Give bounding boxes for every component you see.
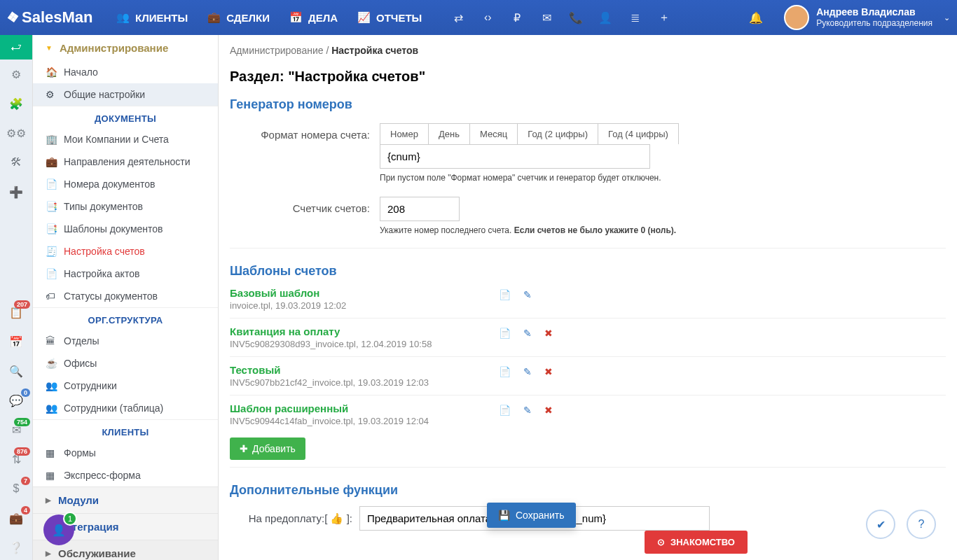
sidebar-companies[interactable]: 🏢Мои Компании и Счета bbox=[33, 128, 218, 150]
rail-flow[interactable]: ⇅876 bbox=[0, 444, 32, 474]
module-label: Обслуживание bbox=[58, 547, 136, 559]
rail-chat[interactable]: 💬0 bbox=[0, 386, 32, 415]
sidebar-office[interactable]: ☕Офисы bbox=[33, 352, 218, 374]
sidebar-modules[interactable]: ▶Модули bbox=[33, 486, 218, 513]
bell-icon[interactable]: 🔔 bbox=[749, 11, 763, 24]
sidebar-staff[interactable]: 👥Сотрудники bbox=[33, 374, 218, 397]
sitemap-icon: 🏛 bbox=[46, 335, 57, 346]
sidebar-act-settings[interactable]: 📄Настройка актов bbox=[33, 262, 218, 285]
badge: 7 bbox=[21, 477, 30, 485]
nav-reports[interactable]: 📈ОТЧЕТЫ bbox=[347, 0, 432, 35]
phone-icon[interactable]: 📞 bbox=[567, 0, 584, 35]
sidebar-express[interactable]: ▦Экспресс-форма bbox=[33, 464, 218, 486]
view-icon[interactable]: 📄 bbox=[499, 289, 511, 300]
rail-notes[interactable]: 📋207 bbox=[0, 298, 32, 327]
sidebar-doctypes[interactable]: 📑Типы документов bbox=[33, 195, 218, 218]
template-name[interactable]: Квитанция на оплату bbox=[230, 326, 499, 337]
rail-cogs[interactable]: ⚙⚙ bbox=[0, 118, 32, 148]
sidebar-home[interactable]: 🏠Начало bbox=[33, 61, 218, 83]
share-icon[interactable]: ‹› bbox=[479, 0, 496, 35]
sidebar-title[interactable]: ▼Администрирование bbox=[33, 35, 218, 61]
view-icon[interactable]: 📄 bbox=[499, 366, 511, 377]
template-name[interactable]: Шаблон расширенный bbox=[230, 402, 499, 414]
edit-icon[interactable]: ✎ bbox=[523, 405, 532, 416]
format-input[interactable] bbox=[380, 144, 650, 169]
sidebar-item-label: Типы документов bbox=[64, 201, 143, 212]
sidebar-item-label: Направления деятельности bbox=[64, 156, 190, 167]
tour-button[interactable]: ⊙ЗНАКОМСТВО bbox=[645, 531, 748, 554]
building-icon: 🏢 bbox=[46, 134, 57, 145]
sidebar-directions[interactable]: 💼Направления деятельности bbox=[33, 150, 218, 173]
sidebar-general[interactable]: ⚙Общие настройки bbox=[33, 83, 218, 106]
delete-icon[interactable]: ✖ bbox=[544, 366, 553, 377]
edit-icon[interactable]: ✎ bbox=[523, 366, 532, 377]
page-title: Раздел: "Настройка счетов" bbox=[219, 59, 957, 88]
nav-deals[interactable]: 💼СДЕЛКИ bbox=[198, 0, 280, 35]
mail-icon[interactable]: ✉ bbox=[538, 0, 555, 35]
shuffle-icon[interactable]: ⇄ bbox=[450, 0, 467, 35]
file-icon: 📄 bbox=[46, 178, 57, 190]
badge: 876 bbox=[14, 447, 30, 456]
sidebar-item-label: Офисы bbox=[64, 358, 97, 369]
rail-tools[interactable]: 🛠 bbox=[0, 148, 32, 177]
rail-mail[interactable]: ✉754 bbox=[0, 415, 32, 444]
userplus-icon[interactable]: 👤 bbox=[597, 0, 614, 35]
fab-user[interactable]: 👤1 bbox=[43, 514, 74, 545]
nav-tasks[interactable]: 📅ДЕЛА bbox=[280, 0, 347, 35]
tab-year4[interactable]: Год (4 цифры) bbox=[598, 124, 678, 144]
nav-label: ДЕЛА bbox=[308, 12, 338, 24]
tour-icon: ⊙ bbox=[657, 537, 665, 547]
thumbs-up-icon[interactable]: 👍 bbox=[330, 512, 343, 524]
rail-money[interactable]: $7 bbox=[0, 474, 32, 503]
user-menu[interactable]: Андреев Владислав Руководитель подраздел… bbox=[784, 5, 950, 30]
template-name[interactable]: Тестовый bbox=[230, 364, 499, 376]
save-button[interactable]: 💾Сохранить bbox=[487, 503, 576, 528]
sidebar-dept[interactable]: 🏛Отделы bbox=[33, 330, 218, 352]
sidebar-doc-status[interactable]: 🏷Статусы документов bbox=[33, 285, 218, 307]
sidebar-staff-table[interactable]: 👥Сотрудники (таблица) bbox=[33, 397, 218, 419]
tab-day[interactable]: День bbox=[429, 124, 470, 144]
rail-help[interactable]: ❔ bbox=[0, 533, 32, 560]
tab-number[interactable]: Номер bbox=[380, 124, 429, 144]
rail-cal[interactable]: 📅 bbox=[0, 327, 32, 356]
add-template-button[interactable]: ✚Добавить bbox=[230, 438, 305, 460]
doc-icon: 📄 bbox=[46, 268, 57, 279]
sidebar-item-label: Номера документов bbox=[64, 178, 155, 190]
rail-gear[interactable]: ⚙ bbox=[0, 59, 32, 89]
sidebar-docnums[interactable]: 📄Номера документов bbox=[33, 173, 218, 195]
brand-logo[interactable]: ❖ SalesMan bbox=[7, 8, 105, 27]
fab-check[interactable]: ✔ bbox=[866, 510, 895, 539]
edit-icon[interactable]: ✎ bbox=[523, 328, 532, 339]
sidebar-forms[interactable]: ▦Формы bbox=[33, 442, 218, 464]
rail-puzzle[interactable]: 🧩 bbox=[0, 89, 32, 118]
delete-icon[interactable]: ✖ bbox=[544, 328, 553, 339]
fab-help[interactable]: ? bbox=[907, 510, 936, 539]
sidebar-invoice-settings[interactable]: 🧾Настройка счетов bbox=[33, 240, 218, 262]
delete-icon[interactable]: ✖ bbox=[544, 405, 553, 416]
briefcase-icon: 💼 bbox=[207, 11, 221, 24]
view-icon[interactable]: 📄 bbox=[499, 328, 511, 339]
sidebar-doctpl[interactable]: 📑Шаблоны документов bbox=[33, 218, 218, 240]
format-hint: При пустом поле "Формат номера" счетчик … bbox=[380, 173, 946, 183]
counter-input[interactable] bbox=[380, 197, 460, 221]
crumb-root[interactable]: Администрирование bbox=[230, 45, 324, 56]
rail-search[interactable]: 🔍 bbox=[0, 356, 32, 386]
rail-add[interactable]: ➕ bbox=[0, 177, 32, 206]
edit-icon[interactable]: ✎ bbox=[523, 289, 532, 300]
rail-case[interactable]: 💼4 bbox=[0, 503, 32, 533]
ruble-icon[interactable]: ₽ bbox=[509, 0, 525, 35]
counter-label: Счетчик счетов: bbox=[230, 197, 370, 214]
tags-icon: 🏷 bbox=[46, 290, 57, 302]
sidebar-item-label: Мои Компании и Счета bbox=[64, 134, 169, 145]
template-name[interactable]: Базовый шаблон bbox=[230, 287, 499, 299]
back-button[interactable]: ⮐ bbox=[0, 35, 32, 59]
tab-year2[interactable]: Год (2 цифры) bbox=[518, 124, 598, 144]
plus-icon: ✚ bbox=[240, 443, 248, 454]
template-meta: INV5c907bb21cf42_invoice.tpl, 19.03.2019… bbox=[230, 377, 499, 388]
layers-icon[interactable]: ≣ bbox=[626, 0, 643, 35]
view-icon[interactable]: 📄 bbox=[499, 405, 511, 416]
nav-clients[interactable]: 👥КЛИЕНТЫ bbox=[106, 0, 198, 35]
prepay-label: На предоплату:[ 👍 ]: bbox=[230, 512, 352, 525]
tab-month[interactable]: Месяц bbox=[470, 124, 518, 144]
plus-icon[interactable]: ＋ bbox=[656, 0, 673, 35]
